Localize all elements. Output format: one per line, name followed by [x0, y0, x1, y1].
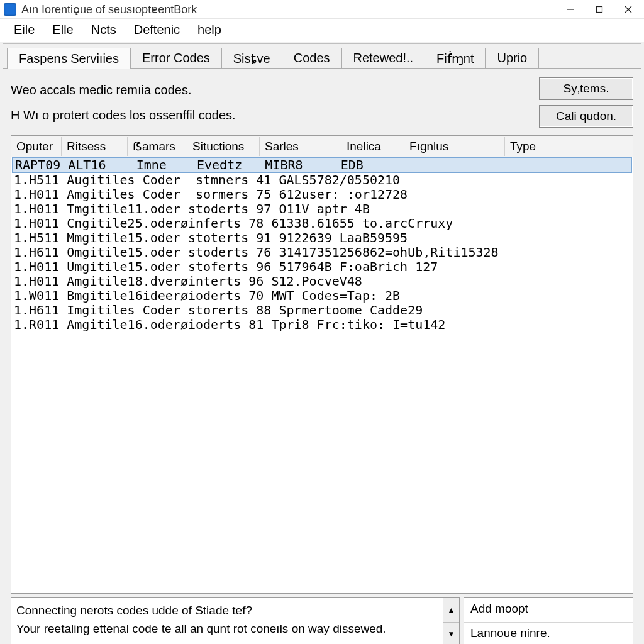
- lannoue-ninre-item[interactable]: Lannoue ninre.: [464, 623, 633, 645]
- menu-deftenic[interactable]: Deftenic: [128, 21, 186, 38]
- list-row[interactable]: 1.H011 Cngitile25.oderøinferts 78 61338.…: [11, 216, 633, 231]
- menu-help[interactable]: help: [191, 21, 228, 38]
- maximize-icon: [596, 6, 603, 13]
- systems-button[interactable]: Sy‚tems.: [539, 77, 633, 100]
- window-controls: [556, 0, 643, 19]
- col-fignlus[interactable]: Fıgnlus: [404, 137, 505, 156]
- bottom-action-list: Add moopt Lannoue ninre.: [464, 597, 633, 644]
- col-situctions[interactable]: Situctions: [187, 137, 260, 156]
- menu-bar: Eile Elle Ncts Deftenic help: [0, 19, 644, 42]
- col-sarles[interactable]: Sarles: [260, 137, 341, 156]
- list-row[interactable]: 1.H511 Augitiles Coder stmners 41 GALS57…: [11, 173, 633, 187]
- chevron-down-icon: ▼: [448, 630, 455, 638]
- tab-uprio[interactable]: Uprio: [485, 48, 539, 69]
- list-row[interactable]: 1.H011 Amgitile18.dverøinterts 96 S12.Po…: [11, 274, 633, 289]
- list-body[interactable]: RAPT09 ALT16 Imne Evedtz MIBR8 EDB 1.H51…: [11, 157, 633, 593]
- tab-strip: Faspenꜱ Serviıies Error Codes Sisȶve Cod…: [7, 48, 641, 69]
- list-row[interactable]: 1.H011 Umgitile15.oder stoferts 96 51796…: [11, 260, 633, 274]
- maximize-button[interactable]: [585, 0, 614, 19]
- caliqudon-button[interactable]: Cali qudon.: [539, 105, 633, 128]
- window-title: Aın Iorentiǫue of seusıoptɐentBork: [21, 3, 556, 16]
- app-icon: [4, 3, 16, 16]
- list-row-selected[interactable]: RAPT09 ALT16 Imne Evedtz MIBR8 EDB: [12, 157, 632, 173]
- list-row[interactable]: 1.H511 Mmgitile15.oder stoterts 91 91226…: [11, 231, 633, 245]
- minimize-button[interactable]: [556, 0, 585, 19]
- message-line-2: Your reetaling ettenal code te all an qu…: [16, 620, 438, 638]
- list-row[interactable]: 1.H611 Omgitile15.oder stoderts 76 31417…: [11, 245, 633, 260]
- desc-line-1: Weo accals medic remıia codes.: [11, 77, 236, 103]
- title-bar: Aın Iorentiǫue of seusıoptɐentBork: [0, 0, 644, 19]
- list-row[interactable]: 1.H611 Imgitiles Coder storerts 88 Sprme…: [11, 303, 633, 318]
- minimize-icon: [567, 6, 574, 13]
- desc-line-2: H Wı o protert codes los ossenffil codes…: [11, 103, 236, 128]
- col-bamars[interactable]: ẞamars: [128, 136, 187, 156]
- chevron-up-icon: ▲: [448, 606, 455, 614]
- spin-buttons: ▲ ▼: [443, 598, 459, 644]
- list-row[interactable]: 1.R011 Amgitile16.oderøioderts 81 Tpri8 …: [11, 318, 633, 332]
- message-box: Connecting nerots codes udde of Stiade t…: [11, 597, 460, 644]
- client-area: Faspenꜱ Serviıies Error Codes Sisȶve Cod…: [3, 43, 641, 644]
- tab-error-codes[interactable]: Error Codes: [130, 48, 222, 69]
- list-row[interactable]: 1.H011 Amgitiles Coder sormers 75 612use…: [11, 187, 633, 202]
- tab-faspens-services[interactable]: Faspenꜱ Serviıies: [7, 48, 131, 69]
- bottom-panel: Connecting nerots codes udde of Stiade t…: [11, 597, 633, 644]
- close-button[interactable]: [614, 0, 643, 19]
- code-list: Oputer Ritsess ẞamars Situctions Sarles …: [11, 135, 633, 594]
- header-text: Weo accals medic remıia codes. H Wı o pr…: [11, 77, 236, 128]
- tab-sistive[interactable]: Sisȶve: [221, 48, 282, 69]
- side-buttons: Sy‚tems. Cali qudon.: [539, 77, 633, 128]
- header-row: Weo accals medic remıia codes. H Wı o pr…: [11, 77, 633, 128]
- spin-up-button[interactable]: ▲: [443, 598, 459, 623]
- tab-page: Weo accals medic remıia codes. H Wı o pr…: [3, 68, 641, 644]
- col-type[interactable]: Type: [505, 137, 633, 156]
- menu-file[interactable]: Eile: [8, 21, 41, 38]
- col-oputer[interactable]: Oputer: [11, 137, 62, 156]
- close-icon: [625, 6, 632, 13]
- tab-fifmnt[interactable]: Fiḟɱnt: [425, 48, 486, 69]
- col-ritsess[interactable]: Ritsess: [62, 137, 128, 156]
- tab-codes[interactable]: Codes: [282, 48, 342, 69]
- list-row[interactable]: 1.W011 Bmgitile16ideerøioderts 70 MWT Co…: [11, 289, 633, 303]
- add-moopt-item[interactable]: Add moopt: [464, 598, 633, 623]
- list-row[interactable]: 1.H011 Tmgitile11.oder stoderts 97 O11V …: [11, 202, 633, 216]
- menu-elle[interactable]: Elle: [46, 21, 79, 38]
- list-header: Oputer Ritsess ẞamars Situctions Sarles …: [11, 136, 633, 157]
- message-text: Connecting nerots codes udde of Stiade t…: [11, 598, 443, 644]
- menu-ncts[interactable]: Ncts: [85, 21, 123, 38]
- svg-rect-1: [597, 6, 602, 12]
- message-line-1: Connecting nerots codes udde of Stiade t…: [16, 602, 438, 620]
- spin-down-button[interactable]: ▼: [443, 623, 459, 645]
- col-inelica[interactable]: Inelica: [341, 137, 404, 156]
- tab-retewed[interactable]: Retewed!..: [341, 48, 426, 69]
